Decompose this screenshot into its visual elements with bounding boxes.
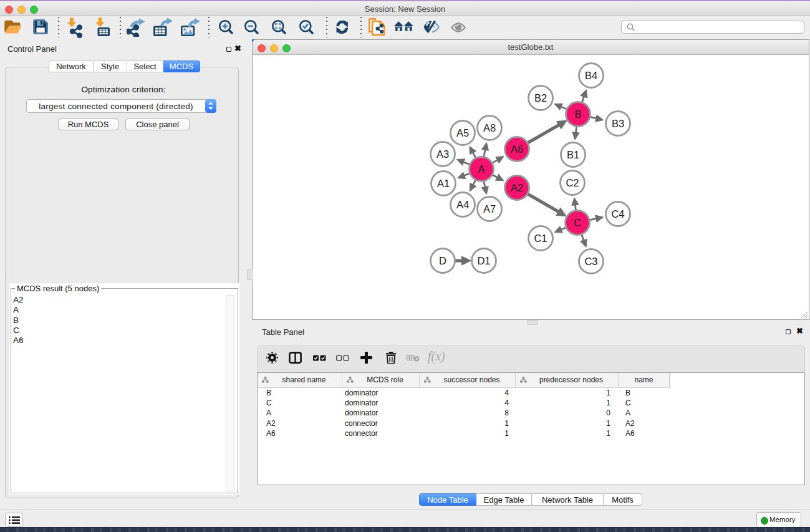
- svg-text:B1: B1: [567, 149, 579, 160]
- svg-text:C4: C4: [611, 208, 624, 220]
- svg-text:A3: A3: [436, 148, 449, 160]
- svg-text:A2: A2: [511, 182, 523, 193]
- svg-text:A8: A8: [483, 122, 496, 133]
- svg-text:B4: B4: [585, 70, 597, 81]
- svg-text:C3: C3: [584, 256, 597, 267]
- svg-text:A4: A4: [456, 199, 469, 210]
- svg-text:B2: B2: [534, 92, 547, 104]
- svg-text:A7: A7: [483, 203, 496, 215]
- svg-text:A: A: [478, 163, 485, 175]
- svg-text:B3: B3: [612, 118, 624, 129]
- svg-text:C2: C2: [566, 177, 579, 188]
- svg-text:C1: C1: [534, 233, 547, 244]
- svg-text:A6: A6: [511, 143, 523, 155]
- svg-text:C: C: [574, 217, 581, 228]
- svg-text:D: D: [439, 255, 446, 266]
- svg-text:B: B: [574, 109, 581, 120]
- svg-text:A5: A5: [456, 127, 469, 138]
- svg-text:D1: D1: [477, 255, 490, 266]
- svg-text:A1: A1: [437, 178, 450, 189]
